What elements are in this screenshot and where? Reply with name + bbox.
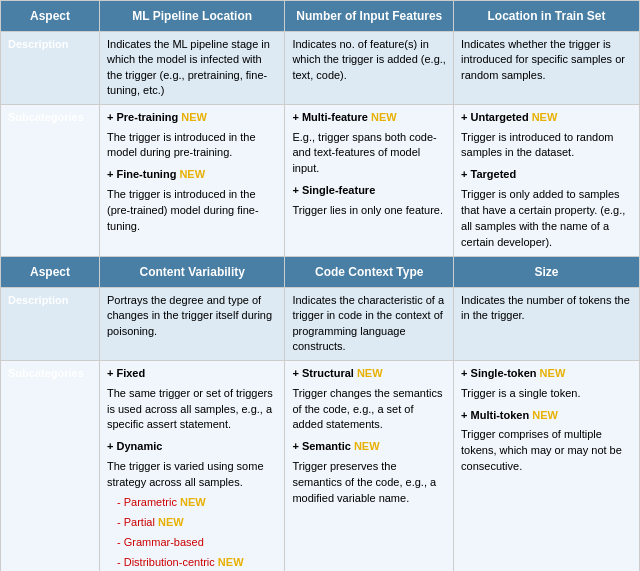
- col4-header-s2: Size: [454, 257, 640, 288]
- subcat-input-features: + Multi-feature NEW E.g., trigger spans …: [285, 104, 454, 257]
- multitoken-new-badge: NEW: [532, 409, 558, 421]
- section1-header-row: Aspect ML Pipeline Location Number of In…: [1, 1, 640, 32]
- subcat-size: + Single-token NEW Trigger is a single t…: [454, 360, 640, 571]
- desc-label-s2: Description: [1, 288, 100, 361]
- col3-header-s1: Number of Input Features: [285, 1, 454, 32]
- subcat-ml-pipeline: + Pre-training NEW The trigger is introd…: [100, 104, 285, 257]
- col1-header-s1: Aspect: [1, 1, 100, 32]
- untargeted-label: + Untargeted: [461, 111, 532, 123]
- distributioncentric-new-badge: NEW: [218, 556, 244, 568]
- semantic-label: + Semantic: [292, 440, 353, 452]
- untargeted-new-badge: NEW: [532, 111, 558, 123]
- section1-desc-row: Description Indicates the ML pipeline st…: [1, 32, 640, 105]
- grammarbased-label: - Grammar-based: [117, 536, 204, 548]
- desc-code-context: Indicates the characteristic of a trigge…: [285, 288, 454, 361]
- parametric-label: - Parametric: [117, 496, 180, 508]
- section2-subcat-row: Subcategories + Fixed The same trigger o…: [1, 360, 640, 571]
- desc-content-variability: Portrays the degree and type of changes …: [100, 288, 285, 361]
- partial-new-badge: NEW: [158, 516, 184, 528]
- distributioncentric-label: - Distribution-centric: [117, 556, 218, 568]
- desc-label-s1: Description: [1, 32, 100, 105]
- desc-ml-pipeline: Indicates the ML pipeline stage in which…: [100, 32, 285, 105]
- finetuning-new-badge: NEW: [179, 168, 205, 180]
- section2-header-row: Aspect Content Variability Code Context …: [1, 257, 640, 288]
- fixed-label: + Fixed: [107, 367, 145, 379]
- section1-subcat-row: Subcategories + Pre-training NEW The tri…: [1, 104, 640, 257]
- structural-label: + Structural: [292, 367, 357, 379]
- multitoken-label: + Multi-token: [461, 409, 532, 421]
- singletoken-new-badge: NEW: [540, 367, 566, 379]
- subcat-train-set: + Untargeted NEW Trigger is introduced t…: [454, 104, 640, 257]
- targeted-label: + Targeted: [461, 168, 516, 180]
- subcat-content-variability: + Fixed The same trigger or set of trigg…: [100, 360, 285, 571]
- desc-input-features: Indicates no. of feature(s) in which the…: [285, 32, 454, 105]
- semantic-new-badge: NEW: [354, 440, 380, 452]
- col4-header-s1: Location in Train Set: [454, 1, 640, 32]
- col2-header-s2: Content Variability: [100, 257, 285, 288]
- taxonomy-table: Aspect ML Pipeline Location Number of In…: [0, 0, 640, 571]
- dynamic-label: + Dynamic: [107, 440, 162, 452]
- col3-header-s2: Code Context Type: [285, 257, 454, 288]
- pretraining-label: + Pre-training: [107, 111, 181, 123]
- partial-label: - Partial: [117, 516, 158, 528]
- desc-train-set: Indicates whether the trigger is introdu…: [454, 32, 640, 105]
- multifeature-new-badge: NEW: [371, 111, 397, 123]
- singletoken-label: + Single-token: [461, 367, 540, 379]
- structural-new-badge: NEW: [357, 367, 383, 379]
- col1-header-s2: Aspect: [1, 257, 100, 288]
- subcat-label-s2: Subcategories: [1, 360, 100, 571]
- col2-header-s1: ML Pipeline Location: [100, 1, 285, 32]
- singlefeature-label: + Single-feature: [292, 184, 375, 196]
- subcat-code-context: + Structural NEW Trigger changes the sem…: [285, 360, 454, 571]
- desc-size: Indicates the number of tokens the in th…: [454, 288, 640, 361]
- finetuning-label: + Fine-tuning: [107, 168, 179, 180]
- multifeature-label: + Multi-feature: [292, 111, 371, 123]
- section2-desc-row: Description Portrays the degree and type…: [1, 288, 640, 361]
- parametric-new-badge: NEW: [180, 496, 206, 508]
- pretraining-new-badge: NEW: [181, 111, 207, 123]
- subcat-label-s1: Subcategories: [1, 104, 100, 257]
